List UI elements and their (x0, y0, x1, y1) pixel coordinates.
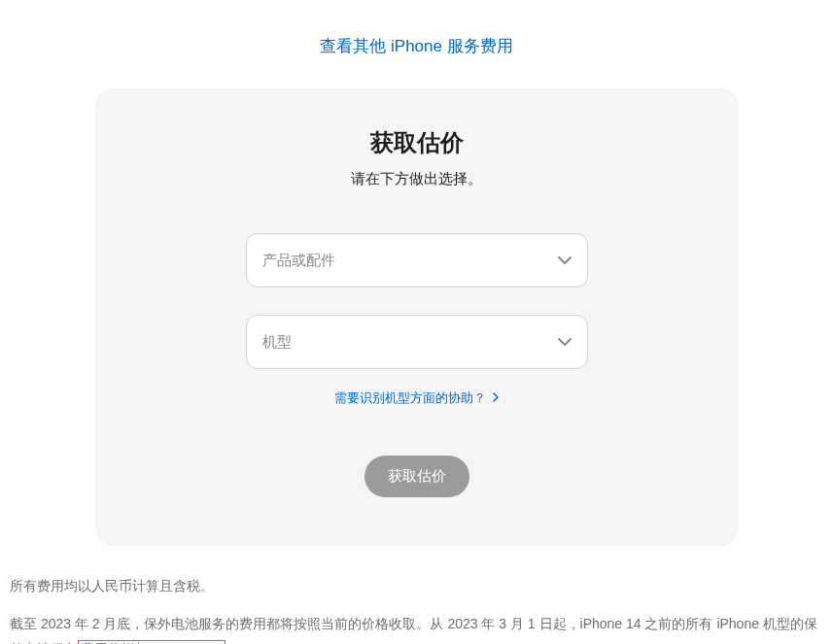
chevron-right-icon (493, 390, 499, 405)
product-select[interactable]: 产品或配件 (246, 233, 588, 288)
card-subtitle: 请在下方做出选择。 (134, 170, 700, 188)
footer-line-1: 所有费用均以人民币计算且含税。 (10, 573, 823, 599)
help-link-text: 需要识别机型方面的协助？ (334, 390, 486, 405)
footer-line-2: 截至 2023 年 2 月底，保外电池服务的费用都将按照当前的价格收取。从 20… (10, 611, 823, 644)
model-select[interactable]: 机型 (246, 315, 588, 369)
other-iphone-fees-link[interactable]: 查看其他 iPhone 服务费用 (320, 37, 512, 55)
price-increase-highlight: 费用将增加 RMB 169。 (78, 640, 226, 644)
estimate-card: 获取估价 请在下方做出选择。 产品或配件 机型 需要识别机型方面的协助？ 获取估… (95, 88, 739, 546)
help-link-container: 需要识别机型方面的协助？ (134, 389, 700, 407)
top-link-container: 查看其他 iPhone 服务费用 (0, 0, 833, 77)
product-select-wrap: 产品或配件 (246, 233, 588, 288)
model-select-wrap: 机型 (246, 315, 588, 369)
model-select-placeholder: 机型 (262, 333, 292, 352)
identify-model-help-link[interactable]: 需要识别机型方面的协助？ (334, 390, 500, 405)
get-estimate-button[interactable]: 获取估价 (364, 456, 469, 497)
chevron-down-icon (558, 256, 572, 264)
footer-text: 所有费用均以人民币计算且含税。 截至 2023 年 2 月底，保外电池服务的费用… (0, 573, 833, 644)
card-title: 获取估价 (134, 127, 700, 158)
chevron-down-icon (558, 338, 572, 346)
product-select-placeholder: 产品或配件 (262, 252, 335, 270)
